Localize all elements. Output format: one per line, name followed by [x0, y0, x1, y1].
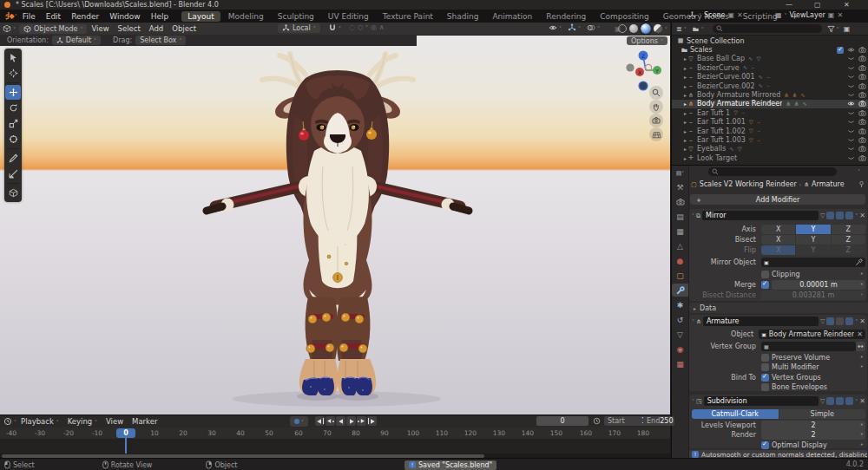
- zoom-view-button[interactable]: [649, 86, 663, 100]
- menu-marker[interactable]: Marker: [128, 417, 161, 426]
- menu-file[interactable]: File: [17, 12, 41, 21]
- outliner-row-active[interactable]: ▸⋔Body Armature Reindeer⋔ ⋔ ∿: [672, 100, 868, 108]
- proportional-editing-icons[interactable]: ◌ ⬡˅ ◎ ∧: [349, 23, 385, 31]
- jump-to-end-button[interactable]: [367, 416, 377, 426]
- tab-render-properties[interactable]: [672, 195, 688, 208]
- perspective-toggle-button[interactable]: [649, 127, 663, 141]
- expand-icon[interactable]: ˅: [692, 318, 694, 324]
- play-button[interactable]: [346, 416, 356, 426]
- hide-eye-icon[interactable]: [847, 100, 855, 108]
- menu-playback[interactable]: Playback ˅: [16, 417, 63, 426]
- hide-eye-closed-icon[interactable]: [847, 145, 855, 153]
- vertex-groups-checkbox[interactable]: [761, 374, 769, 382]
- hide-eye-closed-icon[interactable]: [847, 109, 855, 117]
- new-scene-icon[interactable]: ▣: [727, 11, 734, 19]
- optimal-display-checkbox[interactable]: [761, 441, 769, 449]
- tool-select-box[interactable]: [5, 50, 21, 65]
- render-camera-icon[interactable]: [858, 91, 866, 99]
- outliner-row[interactable]: ▸⌣BezierCurve∿ ⌣: [672, 63, 868, 72]
- tab-scene-properties[interactable]: △: [672, 239, 688, 252]
- tab-tool-properties[interactable]: ⚒: [672, 180, 688, 193]
- tool-rotate[interactable]: [5, 101, 21, 115]
- flip-xyz-buttons[interactable]: XYZ: [761, 245, 865, 255]
- tool-scale[interactable]: [5, 116, 21, 131]
- tool-measure[interactable]: [5, 166, 21, 181]
- mirror-object-field[interactable]: ▣: [761, 258, 865, 267]
- toggle-realtime-icon[interactable]: [836, 212, 844, 219]
- animate-dot[interactable]: •: [860, 363, 864, 370]
- render-camera-icon[interactable]: [858, 100, 866, 108]
- menu-select[interactable]: Select: [114, 24, 145, 33]
- workspace-tab-shading[interactable]: Shading: [441, 11, 485, 22]
- close-button[interactable]: ✕: [844, 1, 850, 9]
- drag-setting-dropdown[interactable]: Select Box˅: [135, 36, 186, 45]
- render-camera-icon[interactable]: [858, 118, 866, 126]
- auto-keying-button[interactable]: ˅: [290, 416, 308, 427]
- blender-icon[interactable]: ◆˅: [10, 12, 17, 20]
- outliner-row-collection[interactable]: Scales: [672, 45, 868, 54]
- timeline-editor-type-dropdown[interactable]: ˅: [3, 417, 16, 426]
- outliner-row[interactable]: ▸▽Base Ball Cap∿ ▽: [672, 55, 868, 63]
- toggle-render-icon[interactable]: [845, 212, 853, 219]
- hide-eye-closed-icon[interactable]: [847, 82, 855, 90]
- armature-object-field[interactable]: ▣Body Armature Reindeer✕: [759, 330, 865, 339]
- render-camera-icon[interactable]: [858, 145, 866, 153]
- breadcrumb-object[interactable]: Scales V2 Working Reindeer: [700, 180, 797, 188]
- use-preview-range-icon[interactable]: [593, 417, 601, 425]
- toggle-editmode-icon[interactable]: [826, 212, 834, 219]
- tab-object-data-properties[interactable]: ▽: [672, 328, 688, 341]
- render-camera-icon[interactable]: [858, 64, 866, 72]
- toggle-editmode-icon[interactable]: [826, 397, 834, 405]
- clipping-checkbox[interactable]: [761, 271, 769, 278]
- toggle-realtime-icon[interactable]: [836, 397, 844, 405]
- saved-notification[interactable]: ! Saved "Scales.blend": [404, 460, 496, 470]
- menu-view-timeline[interactable]: View: [102, 417, 128, 426]
- animate-dot[interactable]: •: [860, 431, 864, 438]
- properties-search-input[interactable]: [708, 167, 837, 176]
- pin-icon[interactable]: [858, 180, 865, 188]
- hide-eye-closed-icon[interactable]: [847, 118, 855, 126]
- navigation-gizmo[interactable]: Z Y X: [623, 47, 670, 95]
- mirror-modifier-header[interactable]: ˅ ⧉ Mirror ▽ ˅ ✕: [692, 210, 865, 221]
- toggle-realtime-icon[interactable]: [836, 317, 844, 325]
- close-modifier-icon[interactable]: ✕: [859, 212, 865, 219]
- bisect-xyz-buttons[interactable]: XYZ: [761, 235, 865, 245]
- outliner-row[interactable]: ▸⋔Body Armature Mirrored⋔ ⋔ ∿: [672, 90, 868, 99]
- show-object-types-dropdown[interactable]: ˅: [549, 23, 562, 32]
- breadcrumb-data[interactable]: Armature: [812, 180, 845, 188]
- hide-eye-closed-icon[interactable]: [847, 73, 855, 81]
- close-modifier-icon[interactable]: ✕: [859, 317, 865, 325]
- tab-particle-properties[interactable]: ✱: [672, 298, 688, 311]
- render-camera-icon[interactable]: [858, 136, 866, 144]
- animate-dot[interactable]: •: [860, 441, 864, 448]
- animate-dot[interactable]: •: [860, 421, 864, 428]
- outliner-search-input[interactable]: [713, 24, 822, 33]
- scene-selector[interactable]: ˅ Scene ▣ ✕: [688, 11, 743, 19]
- pan-view-button[interactable]: [649, 100, 663, 114]
- extras-dropdown-icon[interactable]: ˅: [855, 212, 858, 219]
- animate-dot[interactable]: •: [860, 271, 864, 277]
- viewport-3d[interactable]: ˅ Object Mode˅ View Select Add Object Lo…: [0, 23, 670, 415]
- outliner-filter-icon[interactable]: ˅: [827, 25, 839, 33]
- tool-transform[interactable]: [5, 132, 21, 147]
- tool-move[interactable]: [5, 85, 21, 100]
- expand-icon[interactable]: ˅: [692, 212, 694, 219]
- bone-envelopes-checkbox[interactable]: [761, 383, 769, 391]
- outliner-display-mode-dropdown[interactable]: ≣˅: [676, 25, 687, 33]
- toggle-editmode-icon[interactable]: [826, 317, 834, 325]
- camera-view-button[interactable]: [649, 114, 663, 127]
- toggle-render-icon[interactable]: [845, 397, 853, 405]
- shading-dropdown-icon[interactable]: ˅: [665, 26, 667, 32]
- hide-eye-closed-icon[interactable]: [847, 91, 855, 99]
- workspace-tab-texture-paint[interactable]: Texture Paint: [377, 11, 439, 22]
- collection-checkbox[interactable]: [837, 47, 844, 54]
- shading-solid-icon[interactable]: [629, 24, 638, 33]
- workspace-tab-uv-editing[interactable]: UV Editing: [322, 11, 375, 22]
- menu-add[interactable]: Add: [145, 24, 168, 33]
- outliner-row[interactable]: ▸✛Look Target: [672, 153, 868, 162]
- modifier-name-field[interactable]: Mirror: [702, 211, 819, 220]
- unlink-scene-icon[interactable]: ✕: [737, 11, 743, 19]
- simple-button[interactable]: Simple: [779, 409, 866, 419]
- current-frame-field[interactable]: 0: [536, 416, 589, 426]
- timeline-ruler[interactable]: -40 -30 -20 -10 10 20 30 40 50 60 70 80 …: [0, 428, 670, 440]
